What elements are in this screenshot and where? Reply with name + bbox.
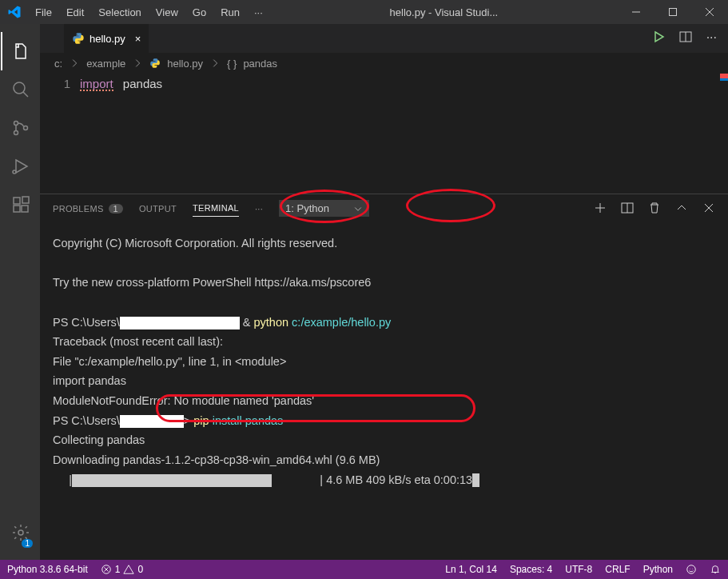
status-python-interpreter[interactable]: Python 3.8.6 64-bit — [5, 564, 90, 575]
menu-edit[interactable]: Edit — [59, 6, 91, 18]
close-panel-icon[interactable] — [702, 202, 715, 216]
svg-rect-7 — [14, 206, 20, 212]
chevron-right-icon — [132, 58, 143, 69]
split-terminal-icon[interactable] — [621, 202, 634, 216]
svg-point-15 — [690, 569, 690, 569]
vscode-logo-icon — [0, 5, 28, 19]
panel-tab-overflow-icon[interactable]: ··· — [255, 204, 263, 214]
terminal-line: Copyright (C) Microsoft Corporation. All… — [53, 234, 715, 254]
extensions-icon[interactable] — [1, 186, 39, 224]
breadcrumb-folder[interactable]: example — [86, 58, 125, 70]
manage-badge: 1 — [22, 539, 33, 548]
breadcrumb-drive[interactable]: c: — [54, 58, 62, 70]
minimap[interactable] — [720, 74, 728, 81]
bottom-panel: PROBLEMS 1 OUTPUT TERMINAL ··· 1: Python — [40, 194, 728, 560]
terminal-line: | | 4.6 MB 409 kB/s eta 0:00:13 — [53, 470, 715, 490]
breadcrumb-symbol[interactable]: pandas — [243, 58, 277, 70]
panel-tab-terminal[interactable]: TERMINAL — [193, 203, 239, 217]
chevron-right-icon — [69, 58, 80, 69]
maximize-panel-icon[interactable] — [675, 202, 688, 216]
svg-point-10 — [18, 530, 23, 535]
code-editor[interactable]: 1 import pandas — [40, 74, 728, 194]
editor-tab-bar: hello.py × ··· — [40, 24, 728, 53]
terminal-line: ModuleNotFoundError: No module named 'pa… — [53, 391, 715, 411]
status-bell-icon[interactable] — [707, 564, 723, 575]
activity-bar: 1 — [0, 24, 40, 560]
split-editor-icon[interactable] — [679, 30, 692, 46]
title-bar: File Edit Selection View Go Run ··· hell… — [0, 0, 728, 24]
chevron-down-icon — [353, 204, 363, 214]
terminal-selector[interactable]: 1: Python — [279, 200, 369, 217]
braces-icon: { } — [227, 58, 237, 70]
menu-go[interactable]: Go — [185, 6, 213, 18]
status-eol[interactable]: CRLF — [603, 564, 632, 575]
annotation-circle — [406, 189, 495, 222]
terminal-line: Downloading pandas-1.1.2-cp38-cp38-win_a… — [53, 450, 715, 470]
python-file-icon — [149, 58, 161, 69]
svg-point-16 — [692, 569, 693, 569]
svg-point-14 — [687, 565, 696, 574]
redacted-block — [120, 317, 240, 329]
terminal-line: import pandas — [53, 371, 715, 391]
terminal-line: PS C:\Users\> pip install pandas — [53, 411, 715, 431]
redacted-block — [120, 415, 184, 428]
close-tab-icon[interactable]: × — [130, 33, 141, 45]
terminal-line: Traceback (most recent call last): — [53, 332, 715, 352]
manage-gear-icon[interactable]: 1 — [1, 513, 39, 552]
terminal-output[interactable]: Copyright (C) Microsoft Corporation. All… — [40, 222, 728, 560]
breadcrumb[interactable]: c: example hello.py { } pandas — [40, 53, 728, 74]
python-file-icon — [72, 32, 85, 45]
menu-bar: File Edit Selection View Go Run — [28, 6, 247, 18]
keyword-import: import — [80, 77, 113, 90]
status-feedback-icon[interactable] — [683, 564, 699, 575]
status-spaces[interactable]: Spaces: 4 — [507, 564, 555, 575]
svg-rect-6 — [14, 198, 20, 204]
menu-selection[interactable]: Selection — [91, 6, 148, 18]
source-control-icon[interactable] — [1, 109, 39, 147]
tab-label: hello.py — [90, 33, 125, 45]
terminal-line: File "c:/example/hello.py", line 1, in <… — [53, 352, 715, 372]
explorer-icon[interactable] — [1, 32, 39, 70]
more-actions-icon[interactable]: ··· — [706, 30, 717, 46]
svg-point-4 — [24, 126, 28, 130]
panel-tabs: PROBLEMS 1 OUTPUT TERMINAL ··· 1: Python — [40, 194, 728, 222]
panel-tab-output[interactable]: OUTPUT — [139, 204, 177, 214]
svg-rect-0 — [670, 9, 677, 16]
svg-point-1 — [14, 82, 25, 94]
new-terminal-icon[interactable] — [594, 202, 607, 216]
search-icon[interactable] — [1, 70, 39, 109]
maximize-button[interactable] — [654, 0, 691, 24]
line-number: 1 — [40, 74, 80, 194]
terminal-cursor — [472, 473, 479, 487]
status-bar: Python 3.8.6 64-bit 1 0 Ln 1, Col 14 Spa… — [0, 560, 728, 579]
close-window-button[interactable] — [691, 0, 728, 24]
terminal-line: Try the new cross-platform PowerShell ht… — [53, 273, 715, 293]
status-encoding[interactable]: UTF-8 — [563, 564, 595, 575]
problems-badge: 1 — [109, 204, 123, 214]
svg-rect-9 — [22, 197, 29, 203]
svg-point-5 — [13, 170, 16, 174]
svg-rect-8 — [22, 206, 28, 212]
run-debug-icon[interactable] — [1, 147, 39, 186]
status-language[interactable]: Python — [641, 564, 675, 575]
breadcrumb-file[interactable]: hello.py — [167, 58, 203, 70]
status-cursor[interactable]: Ln 1, Col 14 — [443, 564, 499, 575]
tab-hello-py[interactable]: hello.py × — [64, 24, 149, 53]
svg-point-3 — [14, 131, 18, 135]
module-name: pandas — [117, 77, 162, 90]
status-problems[interactable]: 1 0 — [98, 564, 145, 575]
panel-tab-problems[interactable]: PROBLEMS 1 — [53, 204, 123, 214]
terminal-line: PS C:\Users\ & python c:/example/hello.p… — [53, 313, 715, 333]
run-file-icon[interactable] — [652, 30, 665, 46]
terminal-line: Collecting pandas — [53, 430, 715, 450]
window-title: hello.py - Visual Studi... — [270, 6, 618, 18]
menu-view[interactable]: View — [149, 6, 185, 18]
progress-bar — [72, 474, 272, 487]
menu-file[interactable]: File — [28, 6, 59, 18]
chevron-right-icon — [209, 58, 221, 69]
svg-point-2 — [14, 122, 18, 126]
menu-run[interactable]: Run — [213, 6, 247, 18]
menu-overflow-icon[interactable]: ··· — [247, 6, 270, 18]
minimize-button[interactable] — [618, 0, 654, 24]
kill-terminal-icon[interactable] — [648, 202, 661, 216]
